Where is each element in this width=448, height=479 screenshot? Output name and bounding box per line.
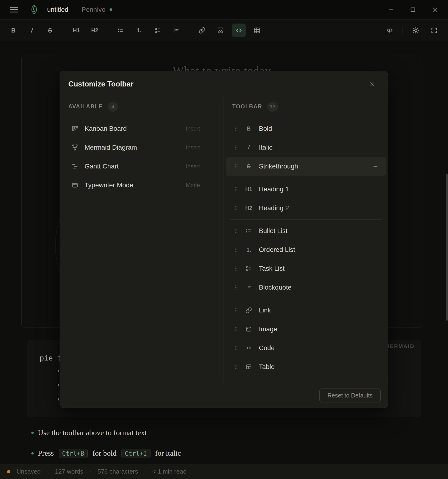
image-button[interactable] bbox=[214, 24, 227, 37]
drag-handle-icon[interactable] bbox=[234, 205, 238, 211]
available-count-badge: 4 bbox=[108, 102, 118, 112]
toolbar-item-link[interactable]: Link bbox=[226, 301, 386, 320]
scrollbar[interactable] bbox=[446, 174, 448, 321]
toolbar-item-blockquote[interactable]: Blockquote bbox=[226, 278, 386, 297]
drag-handle-icon[interactable] bbox=[234, 145, 238, 150]
available-item-action: Mode bbox=[186, 182, 224, 188]
code-icon bbox=[235, 27, 242, 34]
link-button[interactable] bbox=[195, 24, 209, 37]
source-code-icon bbox=[386, 27, 393, 34]
task-list-button[interactable] bbox=[151, 24, 165, 37]
toolbar-item-label: Bullet List bbox=[259, 227, 287, 235]
bullet-text: for bold bbox=[92, 449, 116, 457]
status-bar: Unsaved · 127 words · 576 characters · <… bbox=[0, 464, 448, 479]
available-item-typewriter-mode[interactable]: Typewriter Mode Mode bbox=[60, 176, 224, 195]
drag-handle-icon[interactable] bbox=[234, 186, 238, 192]
minimize-button[interactable] bbox=[386, 5, 395, 14]
toolbar-item-task-list[interactable]: Task List bbox=[226, 259, 386, 278]
maximize-button[interactable] bbox=[408, 5, 417, 14]
drag-handle-icon[interactable] bbox=[234, 345, 238, 351]
drag-handle-icon[interactable] bbox=[234, 228, 238, 234]
drag-handle-icon[interactable] bbox=[234, 364, 238, 370]
drag-handle-icon[interactable] bbox=[234, 247, 238, 253]
bullet-item: Press Ctrl+B for bold Ctrl+I for italic bbox=[23, 449, 400, 458]
available-item-mermaid-diagram[interactable]: Mermaid Diagram Insert bbox=[60, 138, 224, 157]
italic-button[interactable]: / bbox=[25, 24, 39, 37]
toolbar-item-label: Heading 1 bbox=[259, 186, 289, 193]
pennivo-logo-icon bbox=[29, 4, 39, 15]
modal-close-button[interactable] bbox=[368, 79, 377, 89]
toolbar-item-heading1[interactable]: H1 Heading 1 bbox=[226, 180, 386, 199]
task-list-icon bbox=[245, 265, 253, 272]
strikethrough-button[interactable]: S bbox=[43, 24, 57, 37]
toolbar-item-strikethrough[interactable]: S Strikethrough bbox=[226, 157, 386, 176]
toolbar-item-heading2[interactable]: H2 Heading 2 bbox=[226, 199, 386, 218]
toolbar-item-bullet-list[interactable]: Bullet List bbox=[226, 221, 386, 240]
available-list: Kanban Board Insert Mermaid Diagram Inse… bbox=[60, 116, 224, 383]
toolbar-item-bold[interactable]: B Bold bbox=[226, 119, 386, 138]
document-bullet-list: Use the toolbar above to format text Pre… bbox=[23, 428, 400, 469]
source-view-button[interactable] bbox=[383, 24, 396, 37]
remove-item-button[interactable] bbox=[371, 162, 380, 171]
bullet-text: Press bbox=[38, 449, 54, 457]
drag-handle-icon[interactable] bbox=[234, 326, 238, 332]
drag-handle-icon[interactable] bbox=[234, 307, 238, 313]
bullet-item: Use the toolbar above to format text bbox=[23, 428, 400, 437]
drag-handle-icon[interactable] bbox=[234, 266, 238, 272]
drag-handle-icon[interactable] bbox=[234, 164, 238, 169]
table-icon bbox=[254, 27, 261, 34]
heading1-button[interactable]: H1 bbox=[69, 24, 83, 37]
available-item-label: Typewriter Mode bbox=[85, 181, 133, 189]
toolbar-divider bbox=[108, 26, 108, 35]
modal-title: Customize Toolbar bbox=[68, 80, 133, 88]
ordered-list-button[interactable]: 1. bbox=[132, 24, 146, 37]
toolbar-item-ordered-list[interactable]: 1. Ordered List bbox=[226, 240, 386, 259]
reset-to-defaults-button[interactable]: Reset to Defaults bbox=[319, 388, 381, 402]
bold-icon: B bbox=[11, 27, 16, 34]
heading2-button[interactable]: H2 bbox=[88, 24, 101, 37]
available-item-kanban-board[interactable]: Kanban Board Insert bbox=[60, 119, 224, 138]
window-controls bbox=[386, 5, 440, 14]
drag-handle-icon[interactable] bbox=[234, 285, 238, 290]
available-header: AVAILABLE 4 bbox=[60, 97, 224, 116]
toolbar-divider bbox=[63, 26, 63, 35]
italic-icon: / bbox=[31, 27, 33, 34]
available-item-action: Insert bbox=[186, 144, 224, 151]
toolbar-item-label: Image bbox=[259, 325, 277, 333]
fullscreen-button[interactable] bbox=[427, 24, 441, 37]
italic-icon: / bbox=[245, 144, 253, 151]
blockquote-icon bbox=[245, 284, 253, 291]
h2-icon: H2 bbox=[245, 205, 253, 211]
toolbar-group-divider bbox=[230, 299, 382, 299]
toolbar-title: TOOLBAR bbox=[232, 103, 262, 110]
toolbar-item-image[interactable]: Image bbox=[226, 320, 386, 339]
toolbar-list: B Bold / Italic S bbox=[224, 116, 388, 383]
toolbar-item-label: Strikethrough bbox=[259, 163, 298, 170]
mermaid-icon bbox=[71, 144, 79, 151]
available-column: AVAILABLE 4 Kanban Board Insert bbox=[60, 97, 224, 383]
status-dot-icon bbox=[110, 8, 112, 11]
toolbar-item-table[interactable]: Table bbox=[226, 357, 386, 376]
table-button[interactable] bbox=[250, 24, 264, 37]
h1-icon: H1 bbox=[73, 27, 80, 34]
drag-handle-icon[interactable] bbox=[234, 126, 238, 132]
kbd-shortcut: Ctrl+I bbox=[121, 449, 151, 458]
modal-footer: Reset to Defaults bbox=[60, 383, 388, 408]
available-item-action: Insert bbox=[186, 163, 224, 170]
unsaved-dot-icon bbox=[7, 470, 10, 473]
toolbar-item-code[interactable]: Code bbox=[226, 339, 386, 357]
theme-toggle-button[interactable] bbox=[409, 24, 422, 37]
toolbar-item-italic[interactable]: / Italic bbox=[226, 138, 386, 157]
bold-button[interactable]: B bbox=[7, 24, 20, 37]
code-button[interactable] bbox=[232, 24, 246, 37]
toolbar-item-label: Blockquote bbox=[259, 284, 292, 291]
available-item-gantt-chart[interactable]: Gantt Chart Insert bbox=[60, 157, 224, 176]
image-icon bbox=[217, 27, 224, 34]
bullet-list-button[interactable] bbox=[114, 24, 128, 37]
toolbar-item-label: Table bbox=[259, 363, 275, 371]
blockquote-button[interactable] bbox=[169, 24, 183, 37]
code-icon bbox=[245, 345, 253, 351]
menu-button[interactable] bbox=[10, 7, 18, 13]
close-button[interactable] bbox=[431, 5, 440, 14]
typewriter-icon bbox=[71, 182, 79, 189]
